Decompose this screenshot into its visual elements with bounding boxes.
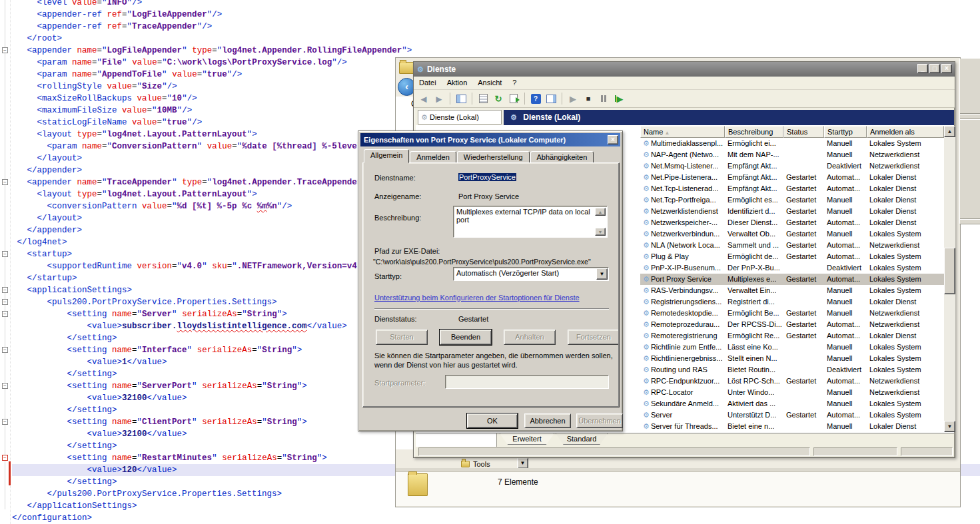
table-row[interactable]: ⚙RPC-Endpunktzuor...Löst RPC-Sch...Gesta… (640, 376, 944, 387)
menu-item-aktion[interactable]: Aktion (442, 77, 473, 89)
table-cell: Manuell (824, 285, 867, 296)
service-gear-icon: ⚙ (643, 377, 650, 385)
table-row[interactable]: ⚙Netzwerkspeicher-...Dieser Dienst...Ges… (640, 217, 944, 228)
tab-standard[interactable]: Standard (556, 433, 608, 445)
dialog-titlebar[interactable]: Eigenschaften von Port Proxy Service (Lo… (360, 133, 620, 146)
export-list-icon[interactable] (508, 93, 520, 105)
table-row[interactable]: ⚙Remotedesktopdie...Ermöglicht Be...Gest… (640, 308, 944, 319)
fold-marker-icon[interactable]: − (2, 251, 8, 257)
tree-item-dienste-lokal[interactable]: ⚙ Dienste (Lokal) (418, 110, 502, 125)
table-cell: Lokaler Dienst (867, 172, 944, 183)
table-cell: Lokales System (867, 342, 944, 353)
table-row[interactable]: ⚙Port Proxy ServiceMultiplexes e...Gesta… (640, 274, 944, 285)
show-console-tree-icon[interactable] (455, 93, 467, 105)
fold-marker-icon[interactable]: − (2, 347, 8, 353)
dialog-title: Eigenschaften von Port Proxy Service (Lo… (364, 136, 566, 144)
column-header[interactable]: Starttyp (824, 126, 867, 138)
table-row[interactable]: ⚙Routing und RASBietet Routin...Deaktivi… (640, 364, 944, 376)
stop-service-icon[interactable]: ■ (582, 93, 594, 105)
close-button[interactable]: × (941, 64, 952, 73)
fold-marker-icon[interactable]: − (2, 419, 8, 425)
services-window-titlebar[interactable]: ⚙Dienste _ □ × (414, 62, 955, 77)
show-action-pane-icon[interactable] (545, 93, 557, 105)
table-cell: Gestartet (783, 206, 824, 217)
table-row[interactable]: ⚙Netzwerkverbindun...Verwaltet Ob...Gest… (640, 228, 944, 240)
table-row[interactable]: ⚙NAP-Agent (Netwo...Mit dem NAP-...Manue… (640, 149, 944, 160)
scroll-up-button[interactable]: ▲ (944, 126, 955, 137)
table-cell: Netzwerkdienst (867, 387, 944, 398)
pause-service-icon[interactable] (598, 93, 610, 105)
fold-marker-icon[interactable]: − (2, 179, 8, 185)
toolbar: ◄ ► ↻ ? ▶ ■ ▶ (414, 90, 955, 108)
abbrechen-button[interactable]: Abbrechen (524, 413, 571, 428)
back-icon[interactable]: ◄ (418, 93, 430, 105)
service-gear-icon: ⚙ (643, 286, 650, 294)
table-row[interactable]: ⚙ServerUnterstützt D...GestartetAutomat.… (640, 409, 944, 421)
table-row[interactable]: ⚙Remoteprozedurau...Der RPCSS-Di...Gesta… (640, 319, 944, 330)
table-row[interactable]: ⚙NetzwerklistendienstIdentifiziert d...G… (640, 206, 944, 217)
service-gear-icon: ⚙ (643, 275, 650, 283)
fold-marker-icon[interactable]: − (2, 287, 8, 293)
properties-icon[interactable] (477, 93, 489, 105)
dropdown-button[interactable]: ▼ (517, 457, 528, 469)
column-header[interactable]: Anmelden als (867, 126, 944, 138)
table-row[interactable]: ⚙PnP-X-IP-Busenum...Der PnP-X-Bu...Deakt… (640, 262, 944, 274)
table-row[interactable]: ⚙Multimediaklassenpl...Ermöglicht ei...M… (640, 138, 944, 149)
table-cell: Lokales System (867, 353, 944, 364)
dialog-tab-wiederherstellung[interactable]: Wiederherstellung (457, 151, 530, 163)
table-cell: Automat... (824, 409, 867, 421)
restart-service-icon[interactable]: ▶ (613, 93, 625, 105)
service-gear-icon: ⚙ (643, 298, 650, 306)
dialog-tab-abhängigkeiten[interactable]: Abhängigkeiten (530, 151, 594, 163)
table-row[interactable]: ⚙RAS-Verbindungsv...Verwaltet Ein...Manu… (640, 285, 944, 296)
table-row[interactable]: ⚙NLA (Network Loca...Sammelt und ...Gest… (640, 240, 944, 251)
menu-item-ansicht[interactable]: Ansicht (472, 77, 507, 89)
table-row[interactable]: ⚙Sekundäre Anmeld...Aktiviert das ...Man… (640, 398, 944, 409)
help-icon[interactable]: ? (530, 93, 542, 105)
table-cell: Manuell (824, 206, 867, 217)
table-cell (783, 364, 824, 376)
fold-marker-icon[interactable]: − (2, 47, 8, 53)
table-row[interactable]: ⚙Net.Pipe-Listenera...Empfängt Akt...Ges… (640, 172, 944, 183)
scrollbar-thumb[interactable] (944, 248, 955, 294)
minimize-button[interactable]: _ (917, 64, 928, 73)
vertical-scrollbar[interactable]: ▲ ▼ (944, 126, 955, 432)
ok-button[interactable]: OK (467, 413, 518, 428)
table-row[interactable]: ⚙Richtlinie zum Entfe...Lässt eine Ko...… (640, 342, 944, 353)
table-cell: Gestartet (783, 330, 824, 342)
refresh-icon[interactable]: ↻ (492, 93, 504, 105)
forward-icon[interactable]: ► (433, 93, 445, 105)
table-cell: Netzwerkdienst (867, 149, 944, 160)
table-row[interactable]: ⚙RPC-LocatorUnter Windo...ManuellNetzwer… (640, 387, 944, 398)
maximize-button[interactable]: □ (929, 64, 940, 73)
service-name-cell: ⚙NAP-Agent (Netwo... (640, 149, 725, 160)
dialog-tab-allgemein[interactable]: Allgemein (364, 149, 409, 163)
fold-marker-icon[interactable]: − (2, 299, 8, 305)
service-gear-icon: ⚙ (643, 184, 650, 192)
table-row[interactable]: ⚙Richtlinienergebniss...Stellt einen N..… (640, 353, 944, 364)
table-row[interactable]: ⚙RemoteregistrierungErmöglicht Re...Gest… (640, 330, 944, 342)
table-cell: Gestartet (783, 217, 824, 228)
table-row[interactable]: ⚙Net.Tcp-Portfreiga...Ermöglicht es...Ge… (640, 194, 944, 206)
column-header[interactable]: Beschreibung (725, 126, 783, 138)
dropdown-icon: ▼ (520, 460, 526, 466)
table-row[interactable]: ⚙Net.Msmq-Listener...Empfängt Akt...Deak… (640, 160, 944, 172)
fold-marker-icon[interactable]: − (2, 383, 8, 389)
table-row[interactable]: ⚙Net.Tcp-Listenerad...Empfängt Akt...Ges… (640, 183, 944, 194)
table-cell: Lokaler Dienst (867, 296, 944, 308)
fold-marker-icon[interactable]: − (2, 311, 8, 317)
table-row[interactable]: ⚙Server für Threads...Bietet eine n...Ma… (640, 421, 944, 432)
column-header[interactable]: Status (783, 126, 824, 138)
fold-marker-changed-icon[interactable]: − (2, 455, 8, 461)
dialog-close-button[interactable]: × (608, 135, 618, 144)
menu-item-datei[interactable]: Datei (414, 77, 442, 89)
table-row[interactable]: ⚙Plug & PlayErmöglicht de...GestartetAut… (640, 251, 944, 262)
tab-erweitert[interactable]: Erweitert (500, 433, 554, 445)
column-header[interactable]: Name ▲ (640, 126, 725, 138)
service-gear-icon: ⚙ (643, 230, 650, 238)
scroll-down-button[interactable]: ▼ (944, 421, 955, 432)
dialog-tab-anmelden[interactable]: Anmelden (410, 151, 456, 163)
menu-item-[interactable]: ? (507, 77, 522, 89)
tree-item-label: Dienste (Lokal) (430, 113, 479, 121)
table-row[interactable]: ⚙Registrierungsdiens...Registriert di...… (640, 296, 944, 308)
